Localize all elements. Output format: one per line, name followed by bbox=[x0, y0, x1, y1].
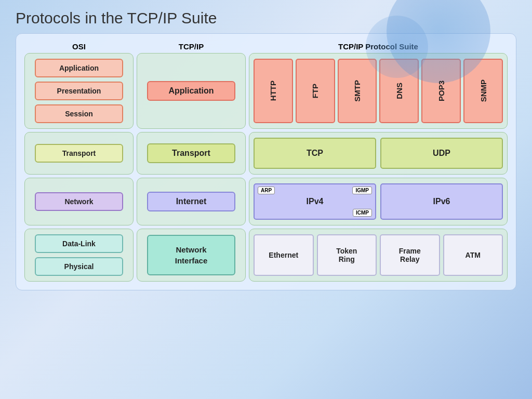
osi-network-box: Network bbox=[35, 192, 123, 211]
suite-transport-cell: TCP UDP bbox=[249, 132, 508, 175]
tcpip-internet-box: Internet bbox=[147, 192, 235, 211]
osi-application-box: Application bbox=[35, 59, 123, 77]
datalink-row: Data-Link Physical NetworkInterface Ethe… bbox=[24, 229, 508, 282]
snmp-bar: SNMP bbox=[463, 59, 503, 123]
osi-network-cell: Network bbox=[24, 178, 134, 225]
ethernet-box: Ethernet bbox=[254, 234, 314, 276]
tcpip-column-header: TCP/IP bbox=[137, 42, 246, 51]
internet-protocols-row: ARP IPv4 IGMP ICMP IPv6 bbox=[254, 183, 503, 220]
atm-box: ATM bbox=[443, 234, 503, 276]
tcpip-application-box: Application bbox=[147, 81, 235, 101]
udp-box: UDP bbox=[380, 138, 503, 169]
snmp-label: SNMP bbox=[479, 79, 488, 102]
tokenring-box: TokenRing bbox=[317, 234, 377, 276]
osi-session-box: Session bbox=[35, 104, 123, 123]
arp-badge: ARP bbox=[258, 187, 275, 194]
osi-transport-cell: Transport bbox=[24, 132, 134, 175]
igmp-badge: IGMP bbox=[352, 187, 372, 194]
osi-physical-box: Physical bbox=[35, 257, 123, 276]
ipv4-label: IPv4 bbox=[307, 197, 324, 206]
http-label: HTTP bbox=[269, 81, 277, 101]
osi-presentation-box: Presentation bbox=[35, 82, 123, 100]
tcpip-netinterface-cell: NetworkInterface bbox=[137, 229, 246, 282]
netinterface-protocols-row: Ethernet TokenRing FrameRelay ATM bbox=[254, 234, 503, 276]
http-bar: HTTP bbox=[254, 59, 293, 123]
page-title: Protocols in the TCP/IP Suite bbox=[0, 0, 532, 33]
tcpip-internet-cell: Internet bbox=[137, 178, 246, 225]
application-protocols-row: HTTP FTP SMTP DNS POP3 SNMP bbox=[254, 59, 503, 123]
osi-datalink-cell: Data-Link Physical bbox=[24, 229, 134, 282]
pop3-label: POP3 bbox=[437, 81, 446, 101]
transport-protocols-row: TCP UDP bbox=[254, 138, 503, 169]
transport-row: Transport Transport TCP UDP bbox=[24, 132, 508, 175]
network-row: Network Internet ARP IPv4 IGMP ICMP IPv6 bbox=[24, 178, 508, 225]
application-row: Application Presentation Session Applica… bbox=[24, 53, 508, 129]
main-container: OSI TCP/IP TCP/IP Protocol Suite Applica… bbox=[16, 33, 516, 290]
icmp-badge: ICMP bbox=[353, 209, 372, 217]
osi-column-header: OSI bbox=[24, 42, 134, 51]
tcpip-transport-box: Transport bbox=[147, 143, 235, 163]
tcp-box: TCP bbox=[254, 138, 376, 169]
suite-application-cell: HTTP FTP SMTP DNS POP3 SNMP bbox=[249, 53, 508, 129]
ipv6-block: IPv6 bbox=[380, 183, 503, 220]
tcpip-application-cell: Application bbox=[137, 53, 246, 129]
suite-netinterface-cell: Ethernet TokenRing FrameRelay ATM bbox=[249, 229, 508, 282]
dns-bar: DNS bbox=[379, 59, 419, 123]
ftp-label: FTP bbox=[311, 84, 320, 98]
ipv4-block: ARP IPv4 IGMP ICMP bbox=[254, 183, 376, 220]
suite-column-header: TCP/IP Protocol Suite bbox=[249, 42, 508, 51]
osi-transport-box: Transport bbox=[35, 144, 123, 163]
tcpip-transport-cell: Transport bbox=[137, 132, 246, 175]
smtp-label: SMTP bbox=[353, 80, 362, 102]
osi-datalink-box: Data-Link bbox=[35, 234, 123, 253]
tcpip-netinterface-box: NetworkInterface bbox=[147, 235, 235, 275]
dns-label: DNS bbox=[395, 83, 404, 99]
suite-internet-cell: ARP IPv4 IGMP ICMP IPv6 bbox=[249, 178, 508, 225]
framerelay-box: FrameRelay bbox=[380, 234, 440, 276]
pop3-bar: POP3 bbox=[421, 59, 461, 123]
smtp-bar: SMTP bbox=[338, 59, 377, 123]
osi-application-cell: Application Presentation Session bbox=[24, 53, 134, 129]
ftp-bar: FTP bbox=[296, 59, 335, 123]
